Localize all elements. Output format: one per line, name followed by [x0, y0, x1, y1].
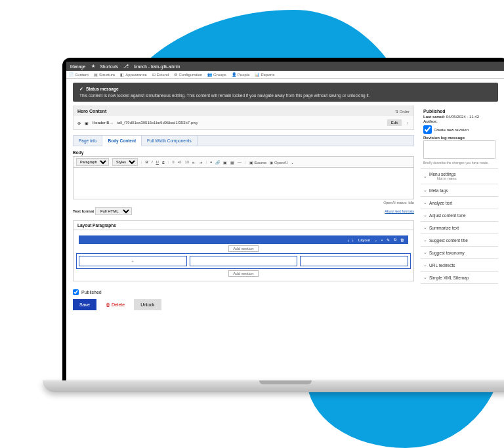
save-button[interactable]: Save — [73, 299, 96, 310]
list-bullet-icon[interactable]: •≡ — [178, 160, 182, 164]
add-section-top[interactable]: Add section — [228, 245, 258, 252]
strike-icon[interactable]: S̶ — [162, 160, 165, 165]
acc-suggest-title[interactable]: Suggest content title — [421, 234, 498, 247]
add-section-bottom[interactable]: Add section — [228, 270, 258, 277]
revision-log-label: Revision log message — [423, 136, 465, 140]
nav-content[interactable]: 📄 Content — [69, 72, 89, 77]
layout-cell[interactable] — [190, 256, 298, 266]
acc-suggest-taxonomy[interactable]: Suggest taxonomy — [421, 247, 498, 259]
text-format-label: Text format — [73, 209, 94, 213]
star-icon: ★ — [91, 64, 95, 69]
layout-paragraphs: Layout Paragraphs ⋮⋮ Layout ⌄ • ✎ ⧉ 🗑 — [73, 220, 414, 281]
layout-label: Layout — [358, 238, 370, 242]
list-number-icon[interactable]: 1≡ — [185, 160, 190, 164]
laptop-frame: Manage ★ Shortcuts ⎇ branch - train-gitk… — [62, 58, 504, 399]
content-tabs: Page info Body Content Full Width Compon… — [73, 135, 414, 146]
nav-extend[interactable]: ⊞ Extend — [152, 72, 169, 77]
underline-icon[interactable]: U — [156, 160, 159, 164]
published-checkbox[interactable] — [73, 289, 79, 295]
sidebar: Published Last saved: 04/05/2024 - 11:42… — [421, 106, 498, 310]
styles-select[interactable]: Styles — [112, 158, 138, 166]
trash-icon[interactable]: 🗑 — [400, 238, 404, 242]
order-label: ⇅ Order — [395, 109, 410, 113]
about-formats-link[interactable]: About text formats — [385, 209, 414, 213]
openai-button[interactable]: ◉ OpenAI — [270, 160, 287, 165]
revision-hint: Briefly describe the changes you have ma… — [423, 161, 495, 165]
source-button[interactable]: ▣ Source — [249, 160, 267, 165]
drag-icon[interactable]: ⋮⋮ — [346, 237, 354, 242]
italic-icon[interactable]: I — [152, 160, 153, 164]
lp-item-toolbar: ⋮⋮ Layout ⌄ • ✎ ⧉ 🗑 — [79, 235, 408, 244]
last-saved-value: 04/05/2024 - 11:42 — [446, 115, 479, 119]
copy-icon[interactable]: ⧉ — [394, 237, 396, 242]
layout-cell[interactable]: + — [79, 256, 187, 266]
filename: tall_f79d01ea39515c1be9d96bad1f353b7.png — [117, 121, 383, 125]
status-message: Status message This content is now locke… — [73, 83, 498, 102]
more-icon[interactable]: ⋮ — [406, 121, 410, 125]
nav-groups[interactable]: 👥 Groups — [207, 72, 226, 77]
quote-icon[interactable]: ❝ — [210, 160, 212, 165]
acc-xml-sitemap[interactable]: Simple XML Sitemap — [421, 272, 498, 284]
revision-log-textarea[interactable] — [423, 140, 495, 159]
nav-configuration[interactable]: ⚙ Configuration — [174, 72, 202, 77]
acc-adjust-tone[interactable]: Adjust content tone — [421, 209, 498, 222]
layout-row: + — [76, 253, 411, 269]
image-insert-icon[interactable]: ▣ — [223, 160, 227, 165]
openai-status: OpenAI status: Idle — [73, 201, 414, 205]
paragraph-select[interactable]: Paragraph — [76, 158, 109, 166]
layout-cell[interactable] — [300, 256, 408, 266]
edit-button[interactable]: Edit — [387, 119, 402, 126]
nav-appearance[interactable]: ◧ Appearance — [120, 72, 146, 77]
drag-handle-icon[interactable]: ⊕ — [77, 121, 81, 125]
unlock-button[interactable]: Unlock — [134, 299, 161, 310]
hero-title: Hero Content — [77, 109, 106, 113]
acc-meta-tags[interactable]: Meta tags — [421, 184, 498, 197]
tab-body-content[interactable]: Body Content — [102, 136, 142, 146]
hr-icon[interactable]: — — [238, 160, 242, 164]
link-icon[interactable]: 🔗 — [215, 160, 220, 165]
nav-structure[interactable]: ▤ Structure — [94, 72, 115, 77]
align-icon[interactable]: ≡ — [172, 160, 175, 164]
editor-toolbar[interactable]: Paragraph Styles | B I U S̶ | ≡ •≡ 1≡ ⇤ … — [73, 156, 414, 168]
revision-checkbox-row[interactable]: Create new revision — [423, 125, 495, 134]
image-icon: ▣ — [85, 121, 89, 125]
published-checkbox-row[interactable]: Published — [73, 289, 414, 295]
acc-analyze-text[interactable]: Analyze text — [421, 197, 498, 209]
nav-people[interactable]: 👤 People — [232, 72, 250, 77]
pencil-icon[interactable]: ✎ — [387, 237, 390, 242]
acc-url-redirects[interactable]: URL redirects — [421, 259, 498, 272]
branch-icon: ⎇ — [123, 64, 129, 69]
hero-content-panel: Hero Content ⇅ Order ⊕ ▣ Header B… tall_… — [73, 106, 414, 130]
revision-checkbox[interactable] — [423, 125, 432, 134]
outdent-icon[interactable]: ⇤ — [192, 160, 196, 165]
bold-icon[interactable]: B — [146, 160, 148, 164]
tab-page-info[interactable]: Page info — [74, 136, 102, 146]
body-label: Body — [73, 150, 414, 155]
acc-summarize[interactable]: Summarize text — [421, 222, 498, 234]
admin-topbar: Manage ★ Shortcuts ⎇ branch - train-gitk… — [66, 62, 504, 71]
table-icon[interactable]: ▦ — [230, 160, 234, 165]
body-editor[interactable] — [73, 168, 414, 199]
tab-full-width[interactable]: Full Width Components — [142, 136, 198, 146]
indent-icon[interactable]: ⇥ — [199, 160, 202, 165]
laptop-base — [43, 380, 504, 392]
author-label: Author: — [423, 119, 438, 123]
manage-link[interactable]: Manage — [70, 64, 86, 69]
branch-label: branch - train-gitk-admin — [134, 64, 180, 69]
chevron-down-icon[interactable]: ⌄ — [374, 237, 377, 242]
chevron-down-icon[interactable]: ⌄ — [291, 160, 294, 165]
nav-reports[interactable]: 📊 Reports — [255, 72, 274, 77]
shortcuts-link[interactable]: Shortcuts — [100, 64, 118, 69]
published-heading: Published — [423, 109, 495, 113]
item-label: Header B… — [93, 121, 113, 125]
lp-title: Layout Paragraphs — [74, 221, 413, 230]
delete-button[interactable]: 🗑 Delete — [100, 299, 130, 310]
status-title: Status message — [79, 87, 492, 92]
acc-menu-settings[interactable]: Menu settings Not in menu — [421, 169, 498, 184]
screen: Manage ★ Shortcuts ⎇ branch - train-gitk… — [66, 62, 504, 380]
admin-subbar: 📄 Content ▤ Structure ◧ Appearance ⊞ Ext… — [66, 71, 504, 79]
text-format-select[interactable]: Full HTML — [95, 207, 132, 215]
status-body: This content is now locked against simul… — [79, 93, 492, 98]
